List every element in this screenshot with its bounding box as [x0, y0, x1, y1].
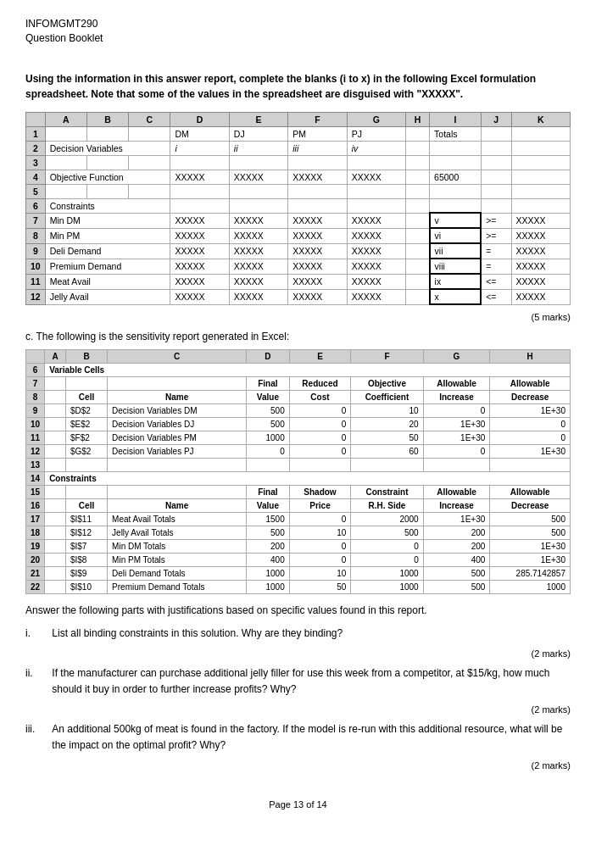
sens-11c: Decision Variables PM	[108, 431, 247, 445]
cell-2k	[511, 141, 570, 155]
course-code: INFOMGMT290	[25, 17, 571, 31]
sens-rownum-10: 10	[26, 418, 45, 431]
table-row: 9 Deli Demand XXXXX XXXXX XXXXX XXXXX vi…	[26, 243, 571, 259]
sens-16d: Value	[247, 499, 290, 513]
cell-8f: XXXXX	[288, 228, 347, 243]
cell-9i: vii	[430, 243, 482, 259]
marks-label: (5 marks)	[25, 312, 571, 322]
cell-9k: XXXXX	[511, 243, 570, 259]
sens-16a	[45, 499, 66, 513]
sens-11g: 1E+30	[423, 431, 490, 445]
formulation-spreadsheet: A B C D E F G H I J K 1 DM DJ PM PJ Tota…	[25, 112, 571, 306]
section-c-title: c. The following is the sensitivity repo…	[25, 331, 571, 342]
sens-8d: Value	[247, 391, 290, 404]
page-number: Page 13 of 14	[25, 799, 571, 810]
cell-3b	[86, 155, 128, 170]
sens-21b: $I$9	[65, 567, 107, 581]
col-header-e: E	[229, 112, 287, 126]
cell-11d: XXXXX	[170, 274, 229, 289]
cell-10a: Premium Demand	[45, 259, 170, 274]
sens-rownum-19: 19	[26, 540, 45, 554]
cell-1i: Totals	[430, 126, 482, 141]
cell-1f: PM	[288, 126, 347, 141]
cell-4d: XXXXX	[170, 170, 229, 184]
question-ii-text: If the manufacturer can purchase additio…	[52, 665, 570, 698]
sens-21c: Deli Demand Totals	[108, 567, 247, 581]
cell-6d	[170, 198, 229, 213]
sens-row-17: 17 $I$11 Meat Avail Totals 1500 0 2000 1…	[26, 513, 571, 526]
sens-rownum-21: 21	[26, 567, 45, 581]
table-row: 6 Constraints	[26, 198, 571, 213]
cell-5a	[45, 184, 86, 198]
cell-10f: XXXXX	[288, 259, 347, 274]
cell-3h	[406, 155, 430, 170]
sens-row-9: 9 $D$2 Decision Variables DM 500 0 10 0 …	[26, 404, 571, 418]
sens-20e: 0	[289, 554, 351, 567]
questions-intro: Answer the following parts with justific…	[25, 603, 571, 619]
question-ii: ii. If the manufacturer can purchase add…	[25, 665, 571, 698]
sens-18c: Jelly Avail Totals	[108, 526, 247, 540]
cell-2a: Decision Variables	[45, 141, 170, 155]
cell-6a: Constraints	[45, 198, 170, 213]
table-row: 12 Jelly Avail XXXXX XXXXX XXXXX XXXXX x…	[26, 289, 571, 304]
sens-19e: 0	[289, 540, 351, 554]
sens-8g: Increase	[423, 391, 490, 404]
cell-11h	[406, 274, 430, 289]
sens-8h: Decrease	[490, 391, 571, 404]
sens-col-f: F	[351, 350, 423, 364]
cell-3d	[170, 155, 229, 170]
cell-10h	[406, 259, 430, 274]
sens-17e: 0	[289, 513, 351, 526]
sens-10c: Decision Variables DJ	[108, 418, 247, 431]
cell-5c	[129, 184, 170, 198]
sens-7g: Allowable	[423, 377, 490, 391]
cell-12i: x	[430, 289, 482, 304]
sens-19d: 200	[247, 540, 290, 554]
sens-8e: Cost	[289, 391, 351, 404]
cell-5d	[170, 184, 229, 198]
sens-20a	[45, 554, 66, 567]
sens-7d: Final	[247, 377, 290, 391]
sens-22d: 1000	[247, 581, 290, 594]
cell-12a: Jelly Avail	[45, 289, 170, 304]
sens-19b: $I$7	[65, 540, 107, 554]
sens-row-14: 14 Constraints	[26, 472, 571, 486]
col-header-d: D	[170, 112, 229, 126]
sens-row-18: 18 $I$12 Jelly Avail Totals 500 10 500 2…	[26, 526, 571, 540]
cell-10i: viii	[430, 259, 482, 274]
cell-7d: XXXXX	[170, 213, 229, 228]
sens-col-h: H	[490, 350, 571, 364]
cell-1d: DM	[170, 126, 229, 141]
sens-col-d: D	[247, 350, 290, 364]
sens-10e: 0	[289, 418, 351, 431]
cell-7a: Min DM	[45, 213, 170, 228]
cell-5f	[288, 184, 347, 198]
sens-rownum-17: 17	[26, 513, 45, 526]
sens-19g: 200	[423, 540, 490, 554]
sens-18e: 10	[289, 526, 351, 540]
table-row: 8 Min PM XXXXX XXXXX XXXXX XXXXX vi >= X…	[26, 228, 571, 243]
cell-10k: XXXXX	[511, 259, 570, 274]
sens-12g: 0	[423, 445, 490, 459]
sens-rownum-13: 13	[26, 459, 45, 472]
col-header-k: K	[511, 112, 570, 126]
cell-9g: XXXXX	[347, 243, 405, 259]
answer-section: Answer the following parts with justific…	[25, 603, 571, 774]
sens-row-12: 12 $G$2 Decision Variables PJ 0 0 60 0 1…	[26, 445, 571, 459]
cell-12e: XXXXX	[229, 289, 287, 304]
cell-4i: 65000	[430, 170, 482, 184]
row-num-10: 10	[26, 259, 46, 274]
cell-1k	[511, 126, 570, 141]
row-num-6: 6	[26, 198, 46, 213]
sens-21e: 10	[289, 567, 351, 581]
sens-12b: $G$2	[65, 445, 107, 459]
sens-8f: Coefficient	[351, 391, 423, 404]
table-row: 7 Min DM XXXXX XXXXX XXXXX XXXXX v >= XX…	[26, 213, 571, 228]
sens-11e: 0	[289, 431, 351, 445]
sens-rownum-11: 11	[26, 431, 45, 445]
cell-12j: <=	[481, 289, 511, 304]
cell-9d: XXXXX	[170, 243, 229, 259]
sens-16e: Price	[289, 499, 351, 513]
sens-rownum-7: 7	[26, 377, 45, 391]
cell-10e: XXXXX	[229, 259, 287, 274]
